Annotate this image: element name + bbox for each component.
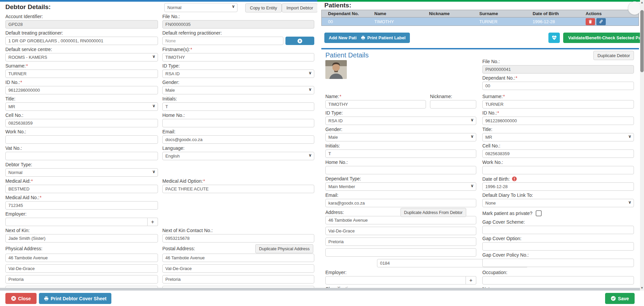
validate-benefit-check-button[interactable]: Validate/Benefit-Check Selected Patient <box>563 33 640 43</box>
scroll-down-arrow[interactable]: ▼ <box>640 286 644 290</box>
patient-address-line-4[interactable] <box>325 248 476 257</box>
close-button[interactable]: Close <box>5 293 37 304</box>
patient-id-no-field[interactable] <box>482 117 634 125</box>
patient-details-panel: Patient Details Duplicate Debtor File No… <box>321 48 639 288</box>
debtor-type-select[interactable]: Normal <box>5 168 158 177</box>
patient-nickname-field[interactable] <box>430 100 476 108</box>
date-of-birth-field[interactable] <box>482 182 634 191</box>
medical-aid-option-field[interactable] <box>162 185 314 193</box>
gap-cover-scheme-field[interactable] <box>482 226 634 234</box>
debtor-employer-add-button[interactable]: + <box>148 218 158 226</box>
next-of-kin-contact-field[interactable] <box>162 234 314 243</box>
patient-address-line-3[interactable] <box>325 237 476 246</box>
debtor-home-no-field[interactable] <box>162 119 314 127</box>
patient-id-type-select[interactable]: RSA ID <box>325 117 476 125</box>
physical-address-line-1[interactable] <box>5 254 158 262</box>
debtor-header-type-select-control[interactable]: Normal <box>164 3 237 12</box>
gap-cover-policy-label: Gap Cover Policy No.: <box>482 252 634 258</box>
cell-dependant-no: 00 <box>322 19 374 24</box>
debtor-header-type-select[interactable]: Normal <box>164 3 237 12</box>
gap-cover-policy-field[interactable] <box>482 259 634 267</box>
header-surname: Surname <box>479 11 533 16</box>
patient-employer-add-button[interactable]: + <box>466 276 476 285</box>
patient-title-select[interactable]: MR <box>482 133 634 141</box>
mark-private-checkbox[interactable] <box>536 210 542 216</box>
print-patient-label-button[interactable]: Print Patient Label <box>357 33 410 43</box>
service-centre-select[interactable]: ROOMS - KAMERS <box>5 53 158 61</box>
occupation-label: Occupation: <box>482 270 634 275</box>
next-of-kin-field[interactable] <box>5 234 158 243</box>
horizontal-scrollbar[interactable] <box>0 288 640 291</box>
benefit-check-heart-button[interactable] <box>548 33 560 43</box>
default-diary-select[interactable]: None <box>482 199 634 207</box>
heart-pulse-icon <box>551 35 557 41</box>
debtor-patient-screen: Debtor Details: Normal Copy to Entity Im… <box>0 0 644 306</box>
link-icon <box>599 19 603 24</box>
link-patient-button[interactable] <box>596 18 606 25</box>
delete-patient-button[interactable] <box>586 18 595 25</box>
debtor-id-type-select[interactable]: RSA ID <box>162 70 314 78</box>
medical-aid-field[interactable] <box>5 185 158 193</box>
vat-no-field[interactable] <box>5 152 158 160</box>
debtor-firstnames-field[interactable] <box>162 53 314 61</box>
import-debtor-button[interactable]: Import Debtor <box>282 3 317 12</box>
add-referring-practitioner-button[interactable] <box>285 37 314 45</box>
print-debtor-cover-sheet-button[interactable]: Print Debtor Cover Sheet <box>39 293 111 304</box>
patient-address-line-1[interactable] <box>325 216 476 224</box>
patient-initials-field[interactable] <box>325 149 476 158</box>
patient-photo <box>325 60 347 79</box>
gap-cover-option-field[interactable] <box>482 242 634 251</box>
postal-address-line-2[interactable] <box>162 264 314 273</box>
language-label: Language: <box>162 145 314 151</box>
cell-actions <box>586 18 639 25</box>
debtor-id-no-field[interactable] <box>5 86 158 94</box>
patient-surname-field[interactable] <box>482 100 634 108</box>
patients-title: Patients: <box>324 2 351 9</box>
patient-employer-field[interactable] <box>325 276 466 285</box>
debtor-work-no-field[interactable] <box>5 135 158 144</box>
floating-circle-button[interactable] <box>628 1 641 15</box>
debtor-title-select[interactable]: MR <box>5 102 158 111</box>
patient-email-field[interactable] <box>325 199 476 207</box>
patient-address-label: Address: <box>325 210 344 215</box>
occupation-field[interactable] <box>482 276 634 285</box>
patient-dependant-no-field[interactable] <box>482 82 634 90</box>
patient-nickname-label: Nickname: <box>430 94 476 99</box>
treating-practitioner-field[interactable] <box>5 37 158 45</box>
postal-address-line-1[interactable] <box>162 254 314 262</box>
scrollbar-thumb[interactable] <box>640 10 644 72</box>
patient-address-line-2[interactable] <box>325 227 476 235</box>
patient-work-no-field[interactable] <box>482 166 634 174</box>
patient-email-label: Email: <box>325 192 476 198</box>
debtor-initials-field[interactable] <box>162 102 314 111</box>
medical-aid-no-field[interactable] <box>5 201 158 210</box>
patient-id-type-label: ID Type: <box>325 110 476 116</box>
vertical-scrollbar[interactable]: ▲ ▼ <box>640 0 644 291</box>
patient-gender-select[interactable]: Male <box>325 133 476 141</box>
physical-address-line-2[interactable] <box>5 264 158 273</box>
patient-name-field[interactable] <box>325 100 426 108</box>
debtor-surname-field[interactable] <box>5 70 158 78</box>
debtor-firstnames-label: Firstname(s):* <box>162 47 314 52</box>
duplicate-address-from-debtor-button[interactable]: Duplicate Address From Debtor <box>400 208 466 217</box>
debtor-cell-no-field[interactable] <box>5 119 158 127</box>
patient-home-no-field[interactable] <box>325 166 476 174</box>
postal-address-line-3[interactable] <box>162 275 314 283</box>
scroll-up-arrow[interactable]: ▲ <box>640 1 644 4</box>
date-of-birth-label: Date of Birth: <box>482 176 634 182</box>
referring-practitioner-field[interactable] <box>162 37 283 45</box>
debtor-id-type-label: ID Type: <box>162 63 314 69</box>
patient-cell-no-field[interactable] <box>482 149 634 158</box>
dependant-type-select[interactable]: Main Member <box>325 182 476 191</box>
debtor-gender-select[interactable]: Male <box>162 86 314 94</box>
debtor-file-no-field <box>162 20 314 29</box>
debtor-employer-field[interactable] <box>5 218 148 226</box>
close-circle-icon <box>11 296 16 301</box>
save-button[interactable]: Save <box>605 293 635 304</box>
physical-address-line-3[interactable] <box>5 275 158 283</box>
duplicate-physical-address-button[interactable]: Duplicate Physical Address <box>255 244 313 253</box>
debtor-email-field[interactable] <box>162 135 314 144</box>
language-select[interactable]: English <box>162 152 314 160</box>
copy-to-entity-button[interactable]: Copy to Entity <box>245 3 282 12</box>
patient-table-row[interactable]: 00 TIMOTHY TURNER 1996-12-28 <box>322 17 639 26</box>
